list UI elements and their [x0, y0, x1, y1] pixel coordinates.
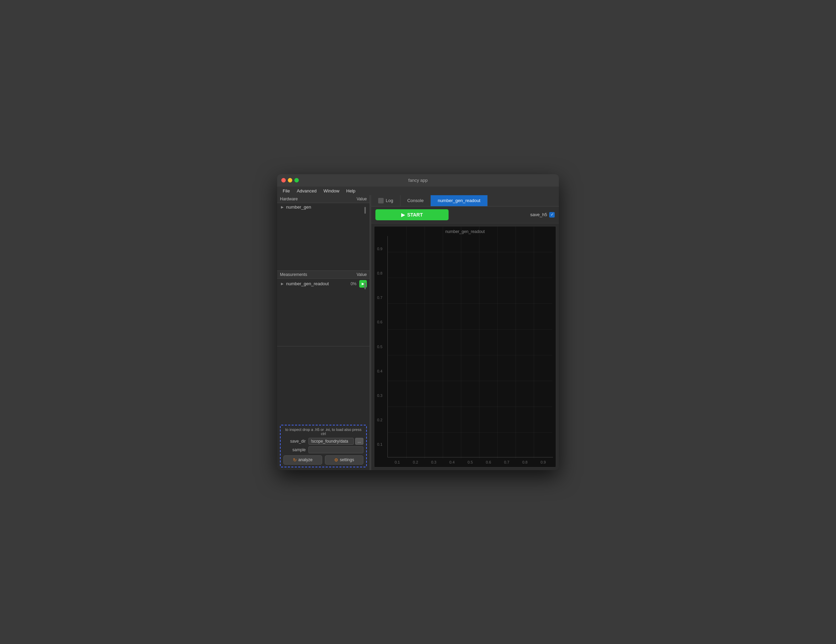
x-label-03: 0.3 — [431, 460, 436, 464]
menu-window[interactable]: Window — [321, 187, 342, 195]
save-h5-label: save_h5 — [530, 212, 547, 217]
x-label-02: 0.2 — [413, 460, 418, 464]
close-button[interactable] — [281, 178, 286, 183]
log-tab-icon — [378, 198, 384, 203]
menu-help[interactable]: Help — [343, 187, 358, 195]
right-panel: Log Console number_gen_readout ▶ START s… — [371, 195, 559, 470]
menu-advanced[interactable]: Advanced — [294, 187, 319, 195]
tab-console-label: Console — [407, 198, 424, 203]
play-icon: ▶ — [401, 212, 405, 217]
grid-v-7 — [516, 226, 516, 458]
chart-grid — [388, 226, 552, 458]
tab-console[interactable]: Console — [400, 195, 431, 206]
grid-h-8 — [388, 252, 552, 252]
menu-file[interactable]: File — [280, 187, 292, 195]
measurements-scrollbar[interactable] — [364, 283, 366, 289]
measurement-item-value: 0% — [351, 281, 356, 286]
controls-bar: ▶ START save_h5 ✓ — [371, 206, 559, 223]
analyze-label: analyze — [299, 458, 313, 462]
tab-log[interactable]: Log — [371, 195, 400, 206]
x-label-07: 0.7 — [504, 460, 509, 464]
x-label-05: 0.5 — [467, 460, 473, 464]
bottom-panel: to inspect drop a .h5 or .ini, to load a… — [280, 425, 367, 467]
measurements-header-value: Value — [356, 272, 367, 277]
sample-input[interactable] — [309, 446, 363, 453]
x-label-09: 0.9 — [540, 460, 546, 464]
maximize-button[interactable] — [294, 178, 299, 183]
y-label-08: 0.8 — [377, 271, 382, 275]
titlebar: fancy app — [277, 174, 559, 186]
hardware-item-label: number_gen — [286, 204, 311, 210]
window-title: fancy app — [408, 178, 428, 183]
grid-h-7 — [388, 278, 552, 278]
grid-v-3 — [443, 226, 443, 458]
analyze-icon: ↻ — [293, 458, 297, 463]
chevron-right-icon: ▶ — [280, 204, 285, 209]
x-label-08: 0.8 — [522, 460, 527, 464]
traffic-lights — [281, 178, 299, 183]
y-axis: 0.1 0.2 0.3 0.4 0.5 0.6 0.7 0.8 0.9 — [377, 237, 382, 457]
settings-icon: ⚙ — [334, 458, 338, 463]
start-label: START — [407, 212, 423, 217]
y-label-07: 0.7 — [377, 296, 382, 300]
measurement-item-readout: ▶ number_gen_readout 0% ▶ — [277, 279, 369, 289]
main-window: fancy app File Advanced Window Help Hard… — [277, 174, 559, 470]
y-axis-line — [387, 236, 388, 458]
bottom-buttons: ↻ analyze ⚙ settings — [283, 455, 363, 464]
hardware-header-value: Value — [356, 196, 367, 201]
browse-button[interactable]: ... — [355, 438, 363, 445]
y-label-04: 0.4 — [377, 369, 382, 373]
sample-row: sample — [283, 446, 363, 453]
analyze-button[interactable]: ↻ analyze — [283, 455, 322, 464]
settings-button[interactable]: ⚙ settings — [325, 455, 364, 464]
tab-readout-label: number_gen_readout — [438, 198, 480, 203]
x-label-01: 0.1 — [395, 460, 400, 464]
left-panel: Hardware Value ▶ number_gen Measurement — [277, 195, 370, 470]
settings-label: settings — [340, 458, 354, 462]
tabs-bar: Log Console number_gen_readout — [371, 195, 559, 206]
menubar: File Advanced Window Help — [277, 186, 559, 195]
save-dir-label: save_dir — [283, 439, 306, 444]
x-axis-line — [387, 457, 553, 458]
sample-label: sample — [283, 448, 306, 452]
grid-h-3 — [388, 381, 552, 381]
hardware-list: ▶ number_gen — [277, 203, 369, 265]
main-content: Hardware Value ▶ number_gen Measurement — [277, 195, 559, 470]
save-h5-checkbox[interactable]: ✓ — [549, 212, 555, 217]
grid-v-5 — [479, 226, 480, 458]
grid-h-4 — [388, 355, 552, 355]
bottom-hint: to inspect drop a .h5 or .ini, to load a… — [283, 428, 363, 436]
y-label-05: 0.5 — [377, 345, 382, 349]
chevron-right-icon-2: ▶ — [280, 281, 285, 286]
save-dir-input[interactable] — [309, 438, 354, 445]
tab-readout[interactable]: number_gen_readout — [431, 195, 487, 206]
y-label-09: 0.9 — [377, 247, 382, 251]
x-label-04: 0.4 — [449, 460, 454, 464]
grid-v-2 — [425, 226, 425, 458]
y-label-02: 0.2 — [377, 418, 382, 422]
grid-h-5 — [388, 329, 552, 330]
minimize-button[interactable] — [288, 178, 292, 183]
chart-area: number_gen_readout — [374, 226, 556, 467]
hardware-header-name: Hardware — [280, 196, 323, 201]
measurement-item-label: number_gen_readout — [286, 281, 351, 286]
save-h5-control: save_h5 ✓ — [530, 212, 555, 217]
y-label-06: 0.6 — [377, 320, 382, 324]
grid-v-1 — [406, 226, 407, 458]
grid-v-6 — [497, 226, 498, 458]
hardware-item-number-gen[interactable]: ▶ number_gen — [277, 203, 369, 211]
grid-v-4 — [461, 226, 461, 458]
grid-h-1 — [388, 432, 552, 433]
x-axis: 0.1 0.2 0.3 0.4 0.5 0.6 0.7 0.8 0.9 — [388, 460, 552, 464]
tab-log-label: Log — [386, 198, 393, 203]
y-label-03: 0.3 — [377, 394, 382, 397]
hardware-scrollbar[interactable] — [364, 207, 366, 214]
hardware-section: Hardware Value ▶ number_gen — [277, 195, 369, 271]
y-label-01: 0.1 — [377, 442, 382, 446]
start-button[interactable]: ▶ START — [376, 209, 449, 220]
hardware-header: Hardware Value — [277, 195, 369, 203]
save-dir-row: save_dir ... — [283, 438, 363, 445]
measurements-section: Measurements Value ▶ number_gen_readout … — [277, 271, 369, 347]
measurements-header: Measurements Value — [277, 271, 369, 279]
x-label-06: 0.6 — [486, 460, 491, 464]
